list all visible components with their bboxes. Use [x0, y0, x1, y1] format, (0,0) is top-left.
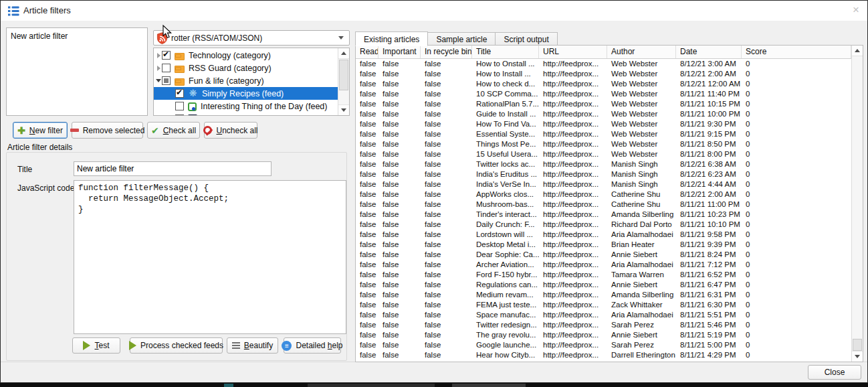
table-row[interactable]: falsefalsefalseTwitter redesign...http:/… [356, 320, 851, 330]
table-row[interactable]: falsefalsefalseIndia's VerSe In...http:/… [356, 179, 851, 189]
beautify-button[interactable]: Beautify [227, 337, 278, 354]
test-button[interactable]: Test [72, 337, 120, 354]
scroll-up-icon[interactable] [852, 46, 863, 56]
remove-selected-button[interactable]: Remove selected [72, 122, 143, 139]
cell-in-recycle-bin: false [421, 99, 472, 109]
title-input[interactable] [74, 161, 272, 176]
column-header-read[interactable]: Read [356, 46, 378, 58]
cell-in-recycle-bin: false [421, 300, 472, 310]
check-all-button[interactable]: ✔ Check all [147, 122, 200, 139]
tab-sample-article[interactable]: Sample article [427, 32, 496, 46]
column-header-author[interactable]: Author [607, 46, 676, 58]
table-row[interactable]: falsefalsefalseHow to Install ...http://… [356, 69, 851, 79]
feed-checkbox-checked[interactable] [175, 89, 184, 98]
feed-tree-item[interactable]: RSS Guard (category) [154, 62, 338, 74]
new-filter-button[interactable]: ✚ New filter [13, 122, 68, 139]
cell-in-recycle-bin: false [421, 129, 472, 139]
cell-important: false [378, 270, 421, 280]
feed-checkbox-unchecked[interactable] [175, 102, 184, 110]
articles-scroll-thumb[interactable] [853, 339, 862, 351]
table-row[interactable]: falsefalsefalseMushroom-bas...http://fee… [356, 200, 851, 210]
folder-icon [175, 78, 185, 86]
dialog-titlebar: Article filters × [1, 1, 867, 21]
feed-tree-item[interactable]: Mashable (feed) [154, 112, 338, 116]
table-row[interactable]: falsefalsefalseHow to check d...http://f… [356, 79, 851, 89]
account-dropdown[interactable]: rotter (RSS/ATOM/JSON) [153, 30, 350, 46]
table-row[interactable]: falsefalsefalseHow to Onstall ...http://… [356, 59, 851, 69]
column-header-date[interactable]: Date [676, 46, 742, 58]
feed-checkbox-unchecked[interactable] [162, 64, 171, 72]
table-row[interactable]: falsefalsefalseSpace manufac...http://fe… [356, 310, 851, 320]
table-row[interactable]: falsefalsefalseGoogle launche...http://f… [356, 340, 851, 350]
window-close-icon[interactable]: × [853, 3, 859, 17]
uncheck-all-label: Uncheck all [216, 126, 257, 135]
table-row[interactable]: falsefalsefalseDaily Crunch: F...http://… [356, 220, 851, 230]
cell-score: 0 [742, 159, 851, 169]
filter-list-item[interactable]: New article filter [7, 28, 147, 43]
table-row[interactable]: falsefalsefalseArcher Aviation...http://… [356, 260, 851, 270]
cell-in-recycle-bin: false [421, 290, 472, 300]
scroll-up-icon[interactable] [338, 48, 349, 59]
filters-list[interactable]: New article filter [6, 27, 148, 116]
cell-title: Twitter locks ac... [472, 159, 539, 169]
table-row[interactable]: falsefalsefalseTinder's interact...http:… [356, 210, 851, 220]
account-dropdown-value: rotter (RSS/ATOM/JSON) [171, 33, 338, 43]
cell-url: http://feedprox... [539, 129, 607, 139]
table-row[interactable]: falsefalsefalseThings Most Pe...http://f… [356, 139, 851, 149]
table-row[interactable]: falsefalsefalseRationalPlan 5.7...http:/… [356, 99, 851, 109]
column-header-important[interactable]: Important [378, 46, 421, 58]
article-filters-dialog: Article filters × New article filter rot… [0, 0, 868, 383]
expander-collapsed-icon[interactable] [155, 53, 162, 58]
cell-important: false [378, 119, 421, 129]
feed-checkbox-unchecked[interactable] [175, 114, 184, 116]
table-row[interactable]: falsefalsefalseRegulations can...http://… [356, 280, 851, 290]
table-row[interactable]: falsefalsefalseDear Sophie: Ca...http://… [356, 250, 851, 260]
cell-title: Desktop Metal i... [472, 240, 539, 250]
scroll-down-icon[interactable] [338, 104, 349, 115]
cell-url: http://feedprox... [539, 260, 607, 270]
article-filters-icon [8, 6, 19, 19]
lines-icon [232, 342, 240, 343]
table-row[interactable]: falsefalsefalse10 SCP Comma...http://fee… [356, 89, 851, 99]
feed-tree-item[interactable]: ❋Simply Recipes (feed) [154, 87, 338, 100]
table-row[interactable]: falsefalsefalseIndia's Eruditus ...http:… [356, 169, 851, 179]
feeds-tree-scrollbar[interactable] [338, 48, 349, 115]
tab-existing-articles[interactable]: Existing articles [355, 31, 428, 46]
expander-collapsed-icon[interactable] [155, 66, 162, 71]
table-row[interactable]: falsefalsefalseFEMA just teste...http://… [356, 300, 851, 310]
uncheck-all-button[interactable]: Uncheck all [204, 122, 257, 139]
process-checked-feeds-button[interactable]: Process checked feeds [130, 337, 223, 354]
table-row[interactable]: falsefalsefalseTwitter locks ac...http:/… [356, 159, 851, 169]
table-row[interactable]: falsefalsefalseDesktop Metal i...http://… [356, 240, 851, 250]
table-row[interactable]: falsefalsefalseMedium revam...http://fee… [356, 290, 851, 300]
tab-script-output[interactable]: Script output [495, 32, 557, 46]
feed-tree-item[interactable]: Technology (category) [154, 49, 338, 62]
table-row[interactable]: falsefalsefalseGuide to Install ...http:… [356, 109, 851, 119]
table-row[interactable]: falsefalsefalseHow To Find Va...http://f… [356, 119, 851, 129]
articles-table-scrollbar[interactable] [851, 46, 863, 362]
feed-tree-item[interactable]: Interesting Thing of the Day (feed) [154, 100, 338, 112]
table-row[interactable]: falsefalsefalseAppWorks clos...http://fe… [356, 189, 851, 200]
feed-checkbox-partial[interactable] [162, 76, 171, 85]
expander-expanded-icon[interactable] [155, 79, 162, 82]
column-header-in-recycle-bin[interactable]: In recycle bin [421, 46, 472, 58]
help-icon: ≡ [282, 341, 292, 351]
table-row[interactable]: falsefalsefalse15 Useful Usera...http://… [356, 149, 851, 159]
cell-important: false [378, 210, 421, 220]
table-row[interactable]: falsefalsefalseHear how Cityb...http://f… [356, 350, 851, 360]
table-row[interactable]: falsefalsefalseThe gray revolu...http://… [356, 330, 851, 340]
scroll-down-icon[interactable] [852, 351, 863, 362]
column-header-title[interactable]: Title [472, 46, 539, 58]
close-button[interactable]: Close [808, 365, 861, 380]
feed-tree-item[interactable]: Fun & life (category) [154, 74, 338, 87]
javascript-code-editor[interactable]: function filterMessage() { return Messag… [74, 180, 346, 334]
feeds-tree[interactable]: Technology (category)RSS Guard (category… [153, 48, 350, 116]
table-row[interactable]: falsefalsefalseLordstown will ...http://… [356, 230, 851, 240]
table-row[interactable]: falsefalsefalseEssential Syste...http://… [356, 129, 851, 139]
feeds-tree-scroll-thumb[interactable] [339, 60, 348, 90]
column-header-url[interactable]: URL [539, 46, 607, 58]
detailed-help-button[interactable]: ≡ Detailed help [284, 337, 341, 354]
feed-checkbox-checked[interactable] [162, 51, 171, 60]
table-row[interactable]: falsefalsefalseFord F-150 hybr...http://… [356, 270, 851, 280]
column-header-score[interactable]: Score [742, 46, 851, 58]
